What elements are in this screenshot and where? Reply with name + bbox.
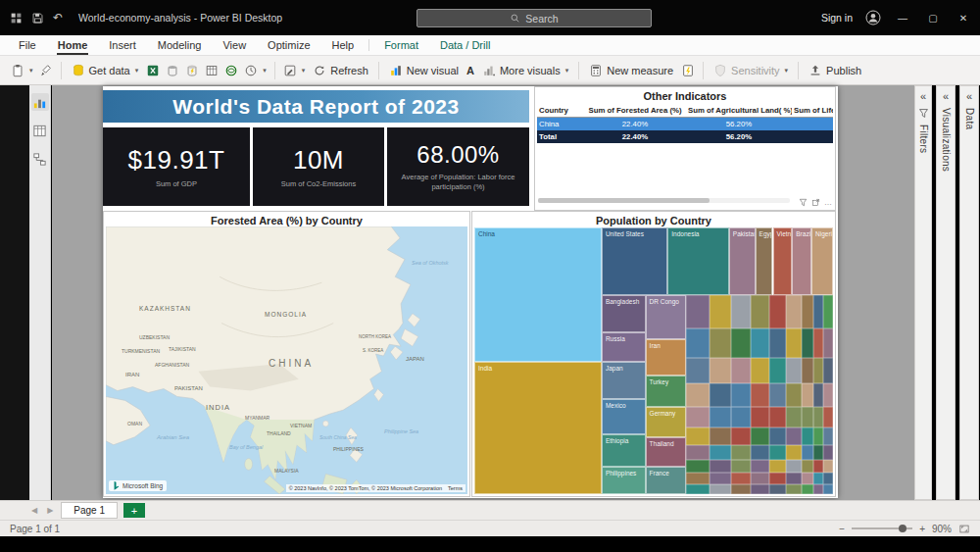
treemap-cell[interactable] <box>710 328 731 358</box>
table-row-total[interactable]: Total22.40%56.20% <box>537 130 833 143</box>
treemap-cell[interactable] <box>802 295 813 328</box>
treemap-block-germany[interactable]: Germany <box>646 407 687 438</box>
more-visuals-button[interactable]: More visuals ▾ <box>477 61 573 80</box>
treemap-cell[interactable] <box>751 383 769 407</box>
more-options-icon[interactable]: … <box>824 198 832 207</box>
treemap-cell[interactable] <box>751 407 769 427</box>
add-page-button[interactable]: + <box>123 503 145 518</box>
menu-insert[interactable]: Insert <box>98 35 147 55</box>
quick-measure-button[interactable] <box>678 61 698 80</box>
map-visual[interactable]: Forested Area (%) by Country <box>103 211 470 497</box>
transform-data-button[interactable]: ▾ <box>280 61 309 80</box>
menu-format[interactable]: Format <box>373 35 429 55</box>
treemap-cell[interactable] <box>710 383 731 407</box>
page-tab[interactable]: Page 1 <box>61 502 118 519</box>
previous-page-button[interactable]: ◀ <box>29 506 39 515</box>
treemap-cell[interactable] <box>823 460 833 473</box>
treemap-block-turkey[interactable]: Turkey <box>646 376 687 407</box>
treemap-cell[interactable] <box>802 484 813 494</box>
visualizations-pane-label[interactable]: Visualizations <box>941 108 952 172</box>
treemap-block-china[interactable]: China <box>474 227 602 362</box>
treemap-cell[interactable] <box>823 427 833 445</box>
treemap-cell[interactable] <box>813 383 823 407</box>
treemap-cell[interactable] <box>686 484 710 494</box>
treemap-cell[interactable] <box>710 427 731 445</box>
model-view-button[interactable] <box>31 150 49 168</box>
dataverse-button[interactable] <box>221 61 241 80</box>
treemap-cell[interactable] <box>731 358 751 384</box>
new-measure-button[interactable]: New measure <box>584 61 678 80</box>
treemap-cell[interactable] <box>686 407 710 427</box>
paste-button[interactable]: ▾ <box>8 61 36 80</box>
treemap-cell[interactable] <box>802 460 813 473</box>
column-header-sum-of-life-expect[interactable]: Sum of Life expect <box>792 104 833 118</box>
treemap-cell[interactable] <box>786 295 802 328</box>
sign-in-button[interactable]: Sign in <box>821 12 853 24</box>
filters-pane-label[interactable]: Filters <box>918 125 929 153</box>
treemap-block-japan[interactable]: Japan <box>602 362 646 399</box>
treemap-cell[interactable] <box>751 358 769 384</box>
treemap-cell[interactable] <box>769 383 786 407</box>
report-view-button[interactable] <box>31 93 49 111</box>
treemap-visual[interactable]: Population by Country ChinaIndiaUnited S… <box>471 211 836 497</box>
menu-data-drill[interactable]: Data / Drill <box>429 35 501 55</box>
zoom-in-button[interactable]: + <box>919 524 925 534</box>
treemap-cell[interactable] <box>751 328 769 358</box>
treemap-cell[interactable] <box>731 460 751 473</box>
search-input[interactable]: Search <box>416 9 652 27</box>
treemap-cell[interactable] <box>751 473 769 484</box>
menu-home[interactable]: Home <box>47 35 99 55</box>
fit-to-page-icon[interactable] <box>958 524 970 534</box>
treemap-cell[interactable] <box>786 358 802 384</box>
treemap-block-russia[interactable]: Russia <box>602 332 646 362</box>
treemap-cell[interactable] <box>813 407 823 427</box>
table-horizontal-scrollbar[interactable] <box>538 198 790 203</box>
treemap-cell[interactable] <box>731 445 751 461</box>
treemap-cell[interactable] <box>802 383 813 407</box>
treemap-cell[interactable] <box>710 484 731 494</box>
treemap-cell[interactable] <box>823 328 833 358</box>
zoom-out-button[interactable]: − <box>839 524 845 534</box>
treemap-block-pakistan[interactable]: Pakistan <box>729 227 756 295</box>
treemap-cell[interactable] <box>823 407 833 427</box>
treemap-block-dr-congo[interactable]: DR Congo <box>646 295 687 339</box>
semantic-model-button[interactable] <box>163 61 182 80</box>
treemap-cell[interactable] <box>731 427 751 445</box>
zoom-slider-thumb[interactable] <box>899 525 906 532</box>
treemap-cell[interactable] <box>710 358 731 384</box>
treemap-block-thailand[interactable]: Thailand <box>646 437 687 467</box>
treemap-cell[interactable] <box>686 460 710 473</box>
treemap-cell[interactable] <box>710 407 731 427</box>
treemap-cell[interactable] <box>802 407 813 427</box>
treemap-cell[interactable] <box>710 295 731 328</box>
treemap-cell[interactable] <box>802 473 813 484</box>
treemap-block-brazil[interactable]: Brazil <box>792 227 811 295</box>
treemap-cell[interactable] <box>710 460 731 473</box>
table-row-china[interactable]: China22.40%56.20% <box>537 118 833 131</box>
expand-data-icon[interactable]: « <box>966 90 972 102</box>
close-button[interactable]: ✕ <box>955 13 972 24</box>
minimize-button[interactable]: — <box>894 13 911 24</box>
menu-optimize[interactable]: Optimize <box>257 35 320 55</box>
treemap-cell[interactable] <box>769 427 786 445</box>
treemap-cell[interactable] <box>823 358 833 384</box>
treemap-block-egypt[interactable]: Egypt <box>756 227 773 295</box>
text-box-button[interactable]: A <box>464 62 477 79</box>
maximize-button[interactable]: ▢ <box>924 13 942 24</box>
column-header-country[interactable]: Country <box>537 104 584 118</box>
treemap-cell[interactable] <box>823 473 833 484</box>
treemap-cell[interactable] <box>769 484 786 494</box>
treemap-cell[interactable] <box>710 473 731 484</box>
treemap-cell[interactable] <box>802 328 813 358</box>
treemap-cell[interactable] <box>731 407 751 427</box>
treemap-cell[interactable] <box>769 358 786 384</box>
treemap-cell[interactable] <box>686 383 710 407</box>
map-body[interactable]: KAZAKHSTANMONGOLIACHINAUZBEKISTANTURKMEN… <box>106 226 467 494</box>
treemap-cell[interactable] <box>813 328 823 358</box>
menu-file[interactable]: File <box>8 35 47 55</box>
treemap-cell[interactable] <box>686 358 710 384</box>
scrollbar-thumb[interactable] <box>538 198 710 203</box>
treemap-cell[interactable] <box>823 484 833 494</box>
kpi-card-gdp[interactable]: $19.91T Sum of GDP <box>103 127 250 206</box>
treemap-block-iran[interactable]: Iran <box>646 339 687 376</box>
